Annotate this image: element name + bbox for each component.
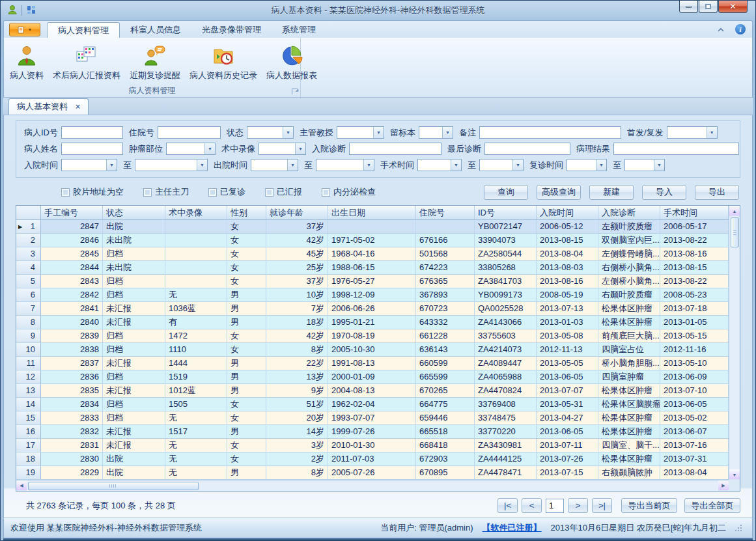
filter-combo[interactable]: ▼ <box>166 143 216 155</box>
filter-input[interactable] <box>484 143 570 155</box>
search-button[interactable]: 查询 <box>484 185 528 200</box>
tab-close-icon[interactable]: × <box>76 102 80 111</box>
row-selector[interactable]: 15 <box>16 411 41 424</box>
filter-input[interactable] <box>61 143 123 155</box>
checkbox-box-icon[interactable] <box>143 188 152 197</box>
data-report-button[interactable]: 病人数据报表 <box>262 42 322 83</box>
chevron-down-icon[interactable]: ▼ <box>451 160 461 171</box>
vertical-scrollbar[interactable]: ▲ ▼ <box>729 206 740 480</box>
new-button[interactable]: 新建 <box>589 185 634 200</box>
filter-combo[interactable]: ▼ <box>567 159 607 171</box>
row-selector[interactable]: 14 <box>16 398 41 411</box>
chevron-down-icon[interactable]: ▼ <box>197 160 207 171</box>
chevron-down-icon[interactable]: ▼ <box>295 143 305 154</box>
horizontal-scroll-thumb[interactable] <box>28 482 199 490</box>
row-selector[interactable]: 19 <box>16 466 41 479</box>
chevron-down-icon[interactable]: ▼ <box>287 160 298 171</box>
table-row[interactable]: 42844未出院女25岁1988-06-15674223338052682013… <box>16 261 729 275</box>
checkbox-endocrine-exam[interactable]: 内分泌检查 <box>322 186 376 198</box>
row-selector[interactable]: 11 <box>16 357 41 370</box>
table-row[interactable]: 172831未汇报无女3岁2010-01-30668418ZA343098120… <box>16 439 729 452</box>
table-row[interactable]: 162832未汇报1517男14岁1999-07-266655183377022… <box>16 425 729 439</box>
filter-combo[interactable]: ▼ <box>624 159 665 171</box>
chevron-down-icon[interactable]: ▼ <box>106 160 117 171</box>
row-selector[interactable]: 9 <box>16 329 41 342</box>
chevron-down-icon[interactable]: ▼ <box>373 127 384 138</box>
row-selector[interactable]: 3 <box>16 247 41 260</box>
filter-combo[interactable]: ▼ <box>135 159 208 171</box>
table-row[interactable]: 112837未汇报1444男22岁1991-08-13660599ZA40894… <box>16 357 729 370</box>
registered-link[interactable]: 【软件已注册】 <box>483 522 542 534</box>
table-row[interactable]: 32845归档女45岁1968-04-16501568ZA25805442013… <box>16 247 729 261</box>
pager-first-button[interactable]: |< <box>497 498 518 513</box>
table-row[interactable]: 142834归档1505女51岁1962-02-0466477533769408… <box>16 398 729 411</box>
export-current-page-button[interactable]: 导出当前页 <box>621 498 677 513</box>
column-header[interactable]: ID号 <box>475 206 537 219</box>
column-header[interactable]: 性别 <box>227 206 266 219</box>
history-record-button[interactable]: 病人资料历史记录 <box>185 42 262 83</box>
chevron-down-icon[interactable]: ▼ <box>204 143 215 154</box>
column-header[interactable]: 出生日期 <box>328 206 416 219</box>
table-row[interactable]: ▶12847出院女37岁YB00721472006-05-12左额叶胶质瘤200… <box>16 220 729 234</box>
filter-combo[interactable]: ▼ <box>251 159 298 171</box>
chevron-down-icon[interactable]: ▼ <box>707 127 717 138</box>
row-selector[interactable]: 6 <box>16 288 41 301</box>
pager-last-button[interactable]: >| <box>592 498 612 513</box>
filter-combo[interactable]: ▼ <box>247 126 294 139</box>
dialog-launcher-icon[interactable] <box>292 89 298 94</box>
row-selector[interactable]: 10 <box>16 343 41 356</box>
row-selector[interactable]: 5 <box>16 275 41 288</box>
column-header[interactable]: 住院号 <box>416 206 475 219</box>
column-header[interactable]: 手术时间 <box>660 206 729 219</box>
page-number-input[interactable] <box>546 499 564 513</box>
table-row[interactable]: 22846未出院女42岁1971-05-02676166339040732013… <box>16 234 729 247</box>
filter-combo[interactable]: ▼ <box>316 159 374 171</box>
chevron-down-icon[interactable]: ▼ <box>596 160 606 171</box>
row-selector[interactable]: 12 <box>16 370 41 383</box>
patient-data-button[interactable]: 病人资料 <box>5 42 48 83</box>
revisit-reminder-button[interactable]: 近期复诊提醒 <box>125 42 185 83</box>
filter-input[interactable] <box>349 143 441 155</box>
table-row[interactable]: 192829出院无男8岁2005-07-26670895ZA4478471201… <box>16 466 729 480</box>
table-row[interactable]: 182830出院无女2岁2011-07-03672903ZA4444125201… <box>16 452 729 466</box>
table-row[interactable]: 132835未汇报1012蓝男9岁2004-08-13670265ZA44708… <box>16 384 729 398</box>
table-row[interactable]: 72841未汇报1036蓝男7岁2006-06-26670723QA002552… <box>16 302 729 316</box>
pager-next-button[interactable]: > <box>568 498 588 513</box>
row-selector[interactable]: 4 <box>16 261 41 274</box>
app-logo-icon[interactable] <box>7 5 18 17</box>
table-row[interactable]: 62842归档无男10岁1998-12-09367893YB0099173200… <box>16 288 729 302</box>
info-icon[interactable]: i <box>735 24 746 35</box>
tab-disc-video-management[interactable]: 光盘录像带管理 <box>191 22 272 38</box>
scroll-down-icon[interactable]: ▼ <box>729 469 740 480</box>
chevron-down-icon[interactable]: ▼ <box>283 127 293 138</box>
column-header[interactable]: 就诊年龄 <box>266 206 328 219</box>
tab-patient-data-management[interactable]: 病人资料管理 <box>47 22 120 38</box>
filter-input[interactable] <box>158 126 221 139</box>
checkbox-revisited[interactable]: 已复诊 <box>208 186 245 198</box>
tab-system-management[interactable]: 系统管理 <box>272 22 326 38</box>
row-selector[interactable]: 2 <box>16 234 41 247</box>
filter-combo[interactable]: ▼ <box>419 126 453 139</box>
export-all-pages-button[interactable]: 导出全部页 <box>684 498 740 513</box>
column-header[interactable]: 入院诊断 <box>598 206 660 219</box>
table-row[interactable]: 152833归档无女20岁1993-07-0765944633748475201… <box>16 411 729 425</box>
filter-combo[interactable]: ▼ <box>479 159 524 171</box>
document-tab-patient-basic-data[interactable]: 病人基本资料 × <box>8 98 89 115</box>
column-header[interactable]: 入院时间 <box>537 206 598 219</box>
resize-grip-icon[interactable] <box>735 525 742 531</box>
filter-combo[interactable]: ▼ <box>667 126 718 139</box>
maximize-button[interactable] <box>699 1 718 13</box>
vertical-scroll-thumb[interactable] <box>731 217 739 247</box>
import-button[interactable]: 导入 <box>642 185 686 200</box>
minimize-button[interactable] <box>679 1 698 13</box>
filter-input[interactable] <box>61 126 123 139</box>
close-button[interactable]: ✕ <box>718 1 748 13</box>
checkbox-chief-surgeon[interactable]: 主任主刀 <box>143 186 189 198</box>
horizontal-scrollbar[interactable]: ◀ ▶ <box>16 480 729 491</box>
table-row[interactable]: 102838归档1110女8岁2005-10-30636143ZA4214073… <box>16 343 729 357</box>
filter-input[interactable] <box>613 143 739 155</box>
filter-combo[interactable]: ▼ <box>417 159 462 171</box>
chevron-down-icon[interactable]: ▼ <box>442 127 453 138</box>
export-button[interactable]: 导出 <box>695 185 739 200</box>
chevron-down-icon[interactable]: ▼ <box>512 160 523 171</box>
